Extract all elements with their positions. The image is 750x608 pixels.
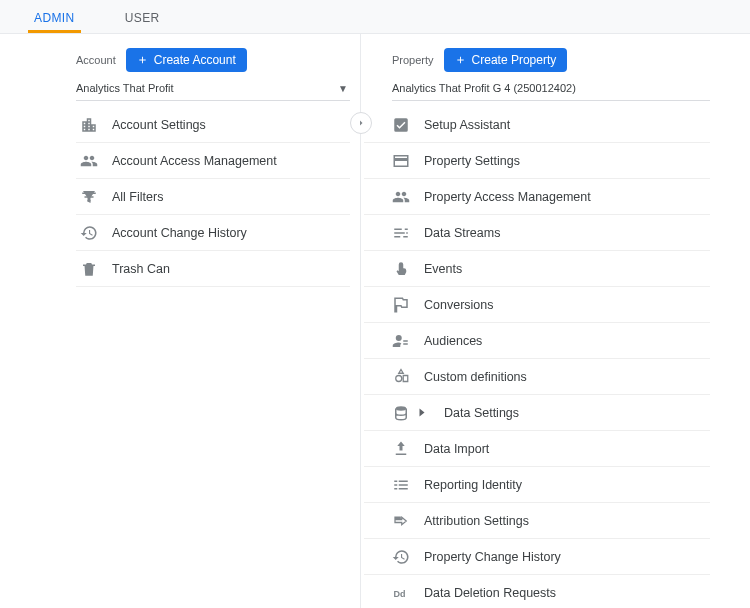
menu-item-label: Reporting Identity: [424, 478, 522, 492]
people-icon: [392, 188, 410, 206]
menu-property-history[interactable]: Property Change History: [364, 539, 710, 575]
property-selector[interactable]: Analytics That Profit G 4 (250012402): [392, 78, 710, 101]
menu-item-label: Trash Can: [112, 262, 170, 276]
account-header-label: Account: [76, 54, 116, 66]
shapes-icon: [392, 368, 410, 386]
property-header: Property Create Property: [364, 34, 710, 72]
trash-icon: [80, 260, 98, 278]
menu-attribution[interactable]: Attribution Settings: [364, 503, 710, 539]
plus-icon: [137, 55, 148, 66]
tap-icon: [392, 260, 410, 278]
menu-account-access[interactable]: Account Access Management: [76, 143, 350, 179]
menu-item-label: Data Deletion Requests: [424, 586, 556, 600]
create-property-label: Create Property: [472, 53, 557, 67]
menu-property-settings[interactable]: Property Settings: [364, 143, 710, 179]
menu-item-label: Account Change History: [112, 226, 247, 240]
menu-item-label: Account Access Management: [112, 154, 277, 168]
property-selector-value: Analytics That Profit G 4 (250012402): [392, 82, 576, 94]
menu-item-label: Data Import: [424, 442, 489, 456]
flag-icon: [392, 296, 410, 314]
menu-item-label: Events: [424, 262, 462, 276]
menu-item-label: Attribution Settings: [424, 514, 529, 528]
menu-data-deletion[interactable]: Dd Data Deletion Requests: [364, 575, 710, 608]
create-property-button[interactable]: Create Property: [444, 48, 568, 72]
audience-icon: [392, 332, 410, 350]
menu-data-streams[interactable]: Data Streams: [364, 215, 710, 251]
admin-columns: Account Create Account Analytics That Pr…: [0, 34, 750, 608]
chevron-right-icon: [420, 409, 425, 417]
menu-account-history[interactable]: Account Change History: [76, 215, 350, 251]
property-header-label: Property: [392, 54, 434, 66]
svg-point-0: [396, 406, 407, 411]
building-icon: [80, 116, 98, 134]
menu-item-label: Account Settings: [112, 118, 206, 132]
history-icon: [392, 548, 410, 566]
menu-trash[interactable]: Trash Can: [76, 251, 350, 287]
menu-item-label: Conversions: [424, 298, 493, 312]
account-menu: Account Settings Account Access Manageme…: [76, 107, 350, 287]
menu-item-label: Data Streams: [424, 226, 500, 240]
menu-item-label: Property Access Management: [424, 190, 591, 204]
menu-conversions[interactable]: Conversions: [364, 287, 710, 323]
menu-data-settings[interactable]: Data Settings: [364, 395, 710, 431]
menu-all-filters[interactable]: All Filters: [76, 179, 350, 215]
people-icon: [80, 152, 98, 170]
checklist-icon: [392, 116, 410, 134]
menu-item-label: Setup Assistant: [424, 118, 510, 132]
menu-item-label: Data Settings: [444, 406, 519, 420]
menu-reporting-identity[interactable]: Reporting Identity: [364, 467, 710, 503]
filter-icon: [80, 188, 98, 206]
create-account-label: Create Account: [154, 53, 236, 67]
tab-bar: ADMIN USER: [0, 0, 750, 34]
menu-item-label: Custom definitions: [424, 370, 527, 384]
data-delete-icon: Dd: [392, 584, 410, 602]
tab-admin[interactable]: ADMIN: [28, 1, 81, 33]
menu-property-access[interactable]: Property Access Management: [364, 179, 710, 215]
svg-text:Dd: Dd: [394, 588, 406, 598]
attribution-icon: [392, 512, 410, 530]
identity-icon: [392, 476, 410, 494]
menu-custom-definitions[interactable]: Custom definitions: [364, 359, 710, 395]
streams-icon: [392, 224, 410, 242]
account-column: Account Create Account Analytics That Pr…: [0, 34, 360, 608]
column-collapse-toggle[interactable]: [350, 112, 372, 134]
plus-icon: [455, 55, 466, 66]
menu-audiences[interactable]: Audiences: [364, 323, 710, 359]
tab-user[interactable]: USER: [119, 1, 166, 33]
chevron-down-icon: ▼: [338, 83, 348, 94]
menu-item-label: All Filters: [112, 190, 163, 204]
history-icon: [80, 224, 98, 242]
upload-icon: [392, 440, 410, 458]
window-icon: [392, 152, 410, 170]
menu-setup-assistant[interactable]: Setup Assistant: [364, 107, 710, 143]
menu-item-label: Audiences: [424, 334, 482, 348]
account-header: Account Create Account: [76, 34, 350, 72]
property-menu: Setup Assistant Property Settings Proper…: [364, 107, 710, 608]
menu-item-label: Property Change History: [424, 550, 561, 564]
menu-account-settings[interactable]: Account Settings: [76, 107, 350, 143]
menu-data-import[interactable]: Data Import: [364, 431, 710, 467]
property-column: Property Create Property Analytics That …: [360, 34, 720, 608]
create-account-button[interactable]: Create Account: [126, 48, 247, 72]
database-icon: [392, 404, 410, 422]
menu-events[interactable]: Events: [364, 251, 710, 287]
account-selector[interactable]: Analytics That Profit ▼: [76, 78, 350, 101]
menu-item-label: Property Settings: [424, 154, 520, 168]
account-selector-value: Analytics That Profit: [76, 82, 174, 94]
